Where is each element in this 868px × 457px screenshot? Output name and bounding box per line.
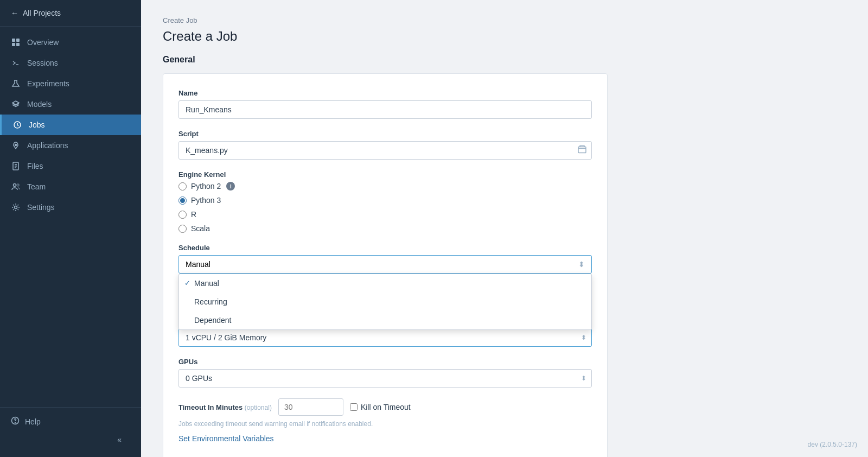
collapse-icon: «	[117, 435, 122, 444]
svg-rect-1	[16, 39, 20, 42]
schedule-option-label: Dependent	[194, 316, 232, 325]
svg-point-14	[17, 184, 19, 186]
form-card: Name Script Engine Kernel	[163, 73, 608, 457]
kill-on-timeout-label[interactable]: Kill on Timeout	[350, 403, 411, 411]
sidebar-item-label: Files	[27, 162, 43, 170]
sidebar-item-team[interactable]: Team	[0, 176, 141, 197]
back-to-projects[interactable]: ← All Projects	[0, 0, 141, 27]
schedule-group: Schedule Manual ⬍ Manual Recurring	[178, 244, 592, 274]
sidebar-item-label: Applications	[27, 141, 68, 150]
terminal-icon	[11, 58, 21, 68]
schedule-label: Schedule	[178, 244, 592, 252]
help-icon	[11, 416, 20, 427]
gpus-select[interactable]: 0 GPUs 1 GPU 2 GPUs 4 GPUs	[178, 369, 592, 388]
schedule-option-label: Manual	[194, 279, 219, 288]
engine-python3-label: Python 3	[191, 196, 221, 205]
help-item[interactable]: Help	[11, 416, 130, 427]
svg-rect-0	[12, 39, 15, 42]
file-icon	[11, 161, 21, 171]
sidebar-footer: Help «	[0, 407, 141, 457]
kill-on-timeout-text: Kill on Timeout	[361, 403, 411, 411]
sidebar-item-overview[interactable]: Overview	[0, 32, 141, 53]
schedule-option-dependent[interactable]: Dependent	[179, 311, 591, 329]
timeout-label: Timeout In Minutes (optional)	[178, 403, 272, 411]
schedule-dropdown[interactable]: Manual ⬍ Manual Recurring Dependent	[178, 255, 592, 274]
version-badge: dev (2.0.5.0-137)	[808, 441, 857, 448]
sidebar-item-settings[interactable]: Settings	[0, 197, 141, 218]
sidebar: ← All Projects Overview Sessions	[0, 0, 141, 457]
sidebar-nav: Overview Sessions Experiments	[0, 27, 141, 407]
timeout-optional-label: (optional)	[245, 404, 272, 411]
engine-kernel-label: Engine Kernel	[178, 170, 592, 179]
timeout-input[interactable]	[278, 398, 343, 416]
engine-python2-label: Python 2	[191, 182, 221, 191]
schedule-chevron-icon: ⬍	[578, 260, 585, 269]
timeout-hint: Jobs exceeding timeout send warning emai…	[178, 420, 592, 428]
svg-rect-3	[16, 43, 20, 46]
main-content: Create Job Create a Job General Name Scr…	[141, 0, 868, 457]
page-title: Create a Job	[163, 29, 608, 44]
sidebar-item-label: Overview	[27, 38, 59, 47]
engine-python2-radio[interactable]	[178, 182, 187, 191]
back-arrow-icon: ←	[11, 9, 18, 17]
name-group: Name	[178, 89, 592, 119]
svg-rect-18	[578, 147, 586, 153]
breadcrumb-text: Create Job	[163, 16, 197, 24]
compute-select-wrapper: 1 vCPU / 2 GiB Memory 2 vCPU / 4 GiB Mem…	[178, 328, 592, 347]
gear-icon	[11, 202, 21, 212]
engine-python2-item[interactable]: Python 2 i	[178, 182, 592, 191]
sidebar-item-label: Experiments	[27, 79, 69, 88]
sidebar-item-models[interactable]: Models	[0, 94, 141, 115]
engine-python3-radio[interactable]	[178, 196, 187, 205]
schedule-option-label: Recurring	[194, 297, 227, 306]
gpus-group: GPUs 0 GPUs 1 GPU 2 GPUs 4 GPUs	[178, 358, 592, 388]
flask-icon	[11, 79, 21, 88]
browse-files-icon[interactable]	[578, 145, 586, 156]
engine-radio-group: Python 2 i Python 3 R Scala	[178, 182, 592, 233]
svg-point-8	[15, 144, 17, 146]
set-env-variables-link[interactable]: Set Environmental Variables	[178, 434, 274, 443]
schedule-options-list: Manual Recurring Dependent	[178, 274, 592, 330]
engine-kernel-group: Engine Kernel Python 2 i Python 3 R	[178, 170, 592, 233]
back-label: All Projects	[23, 9, 61, 17]
sidebar-item-label: Settings	[27, 203, 55, 212]
sidebar-item-experiments[interactable]: Experiments	[0, 73, 141, 94]
rocket-icon	[11, 141, 21, 150]
name-label: Name	[178, 89, 592, 97]
sidebar-item-files[interactable]: Files	[0, 156, 141, 176]
name-input[interactable]	[178, 100, 592, 119]
engine-scala-radio[interactable]	[178, 225, 187, 233]
schedule-option-recurring[interactable]: Recurring	[179, 293, 591, 311]
info-icon[interactable]: i	[226, 182, 235, 191]
engine-r-item[interactable]: R	[178, 210, 592, 219]
sidebar-item-sessions[interactable]: Sessions	[0, 53, 141, 73]
section-general: General	[163, 55, 608, 65]
schedule-trigger[interactable]: Manual ⬍	[178, 255, 592, 274]
sidebar-item-jobs[interactable]: Jobs	[0, 115, 141, 135]
sidebar-item-label: Sessions	[27, 59, 58, 67]
engine-scala-label: Scala	[191, 224, 210, 233]
help-label: Help	[25, 417, 41, 426]
script-input-wrapper	[178, 141, 592, 160]
timeout-group: Timeout In Minutes (optional) Kill on Ti…	[178, 398, 592, 443]
gpus-select-wrapper: 0 GPUs 1 GPU 2 GPUs 4 GPUs	[178, 369, 592, 388]
collapse-sidebar-button[interactable]: «	[11, 431, 130, 448]
compute-select[interactable]: 1 vCPU / 2 GiB Memory 2 vCPU / 4 GiB Mem…	[178, 328, 592, 347]
sidebar-item-label: Team	[27, 182, 46, 191]
svg-point-15	[15, 206, 17, 209]
svg-point-13	[14, 184, 16, 187]
sidebar-item-label: Jobs	[29, 120, 45, 129]
clock-icon	[12, 120, 22, 130]
script-input[interactable]	[178, 141, 592, 160]
engine-python3-item[interactable]: Python 3	[178, 196, 592, 205]
svg-rect-2	[12, 43, 15, 46]
team-icon	[11, 182, 21, 192]
script-group: Script	[178, 130, 592, 160]
breadcrumb: Create Job	[163, 16, 608, 24]
kill-on-timeout-checkbox[interactable]	[350, 403, 358, 411]
sidebar-item-applications[interactable]: Applications	[0, 135, 141, 156]
engine-r-radio[interactable]	[178, 211, 187, 219]
schedule-option-manual[interactable]: Manual	[179, 274, 591, 293]
engine-scala-item[interactable]: Scala	[178, 224, 592, 233]
svg-point-17	[15, 423, 16, 423]
